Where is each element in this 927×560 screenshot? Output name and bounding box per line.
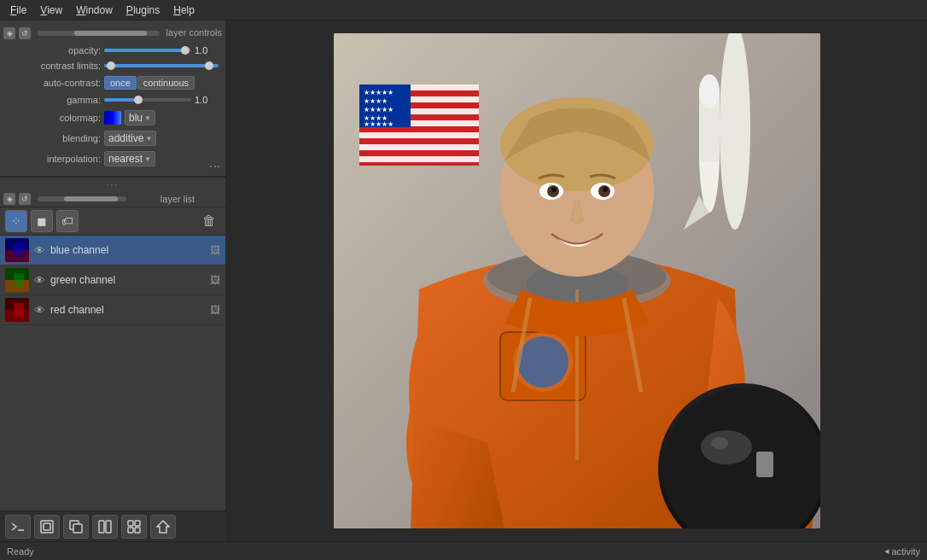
layer-type-red-icon: 🖼 — [210, 304, 220, 316]
gamma-row: gamma: 1.0 — [0, 92, 225, 108]
blending-select[interactable]: additive ▼ — [104, 131, 156, 146]
bottom-toolbar — [0, 510, 225, 541]
svg-rect-5 — [14, 273, 24, 287]
gamma-slider[interactable] — [104, 98, 191, 102]
layer-controls-icon1[interactable]: ◈ — [3, 27, 15, 39]
layer-list-icon2[interactable]: ↺ — [19, 193, 31, 205]
console-button[interactable] — [5, 515, 31, 539]
svg-rect-30 — [359, 156, 479, 162]
interpolation-select[interactable]: nearest ▼ — [104, 151, 155, 166]
contrast-limits-label: contrast limits: — [7, 61, 101, 71]
opacity-slider[interactable] — [104, 49, 191, 52]
opacity-label: opacity: — [7, 45, 101, 55]
activity-label: activity — [891, 546, 920, 557]
layer-visibility-green-icon[interactable]: 👁 — [34, 274, 45, 287]
svg-rect-15 — [106, 521, 111, 533]
svg-point-56 — [517, 336, 568, 388]
layers-list: 👁 blue channel 🖼 👁 green channel — [0, 236, 225, 510]
gamma-label: gamma: — [7, 95, 101, 105]
dots-separator: ··· — [0, 178, 225, 191]
layer-thumb-blue — [5, 238, 29, 262]
grid-view-button[interactable] — [121, 515, 147, 539]
blending-value: additive — [108, 132, 143, 144]
interpolation-chevron-icon: ▼ — [144, 155, 151, 163]
layer-controls-scrollbar[interactable] — [38, 31, 160, 36]
svg-point-37 — [720, 33, 750, 230]
auto-contrast-once-button[interactable]: once — [104, 76, 137, 90]
interpolation-value: nearest — [108, 153, 143, 165]
svg-rect-13 — [73, 524, 82, 533]
svg-rect-19 — [135, 528, 140, 533]
svg-point-53 — [603, 187, 608, 192]
gamma-value: 1.0 — [195, 95, 219, 105]
contrast-limits-slider[interactable] — [104, 64, 219, 67]
layer-toolbar: ⁘ ◼ 🏷 🗑 — [0, 207, 225, 236]
svg-marker-20 — [157, 521, 169, 533]
layer-name-red: red channel — [50, 304, 205, 316]
interpolation-row: interpolation: nearest ▼ — [0, 149, 225, 169]
canvas-area[interactable]: ★★★★★ ★★★★ ★★★★★ ★★★★ ★★★★★ — [226, 20, 927, 541]
blending-chevron-icon: ▼ — [145, 135, 152, 143]
layer-name-green: green channel — [50, 274, 205, 286]
svg-rect-11 — [44, 523, 50, 530]
svg-rect-18 — [128, 528, 133, 533]
layer-type-blue-icon: 🖼 — [210, 244, 220, 256]
svg-rect-62 — [756, 452, 773, 477]
delete-layer-button[interactable]: 🗑 — [198, 210, 220, 232]
colormap-value: blu — [129, 112, 143, 124]
layer-thumb-red — [5, 298, 29, 322]
shapes-tool-button[interactable]: ◼ — [31, 210, 53, 232]
colormap-select[interactable]: blu ▼ — [125, 110, 155, 125]
blending-label: blending: — [7, 133, 101, 143]
layer-list-section: ◈ ↺ layer list ⁘ ◼ 🏷 🗑 — [0, 191, 225, 541]
points-tool-button[interactable]: ⁘ — [5, 210, 27, 232]
layer-thumb-green — [5, 268, 29, 292]
layer-controls-more-icon[interactable]: ⋮ — [208, 160, 222, 171]
colormap-label: colormap: — [7, 113, 101, 123]
transpose-button[interactable] — [92, 515, 118, 539]
layer-list-scrollbar[interactable] — [38, 196, 126, 201]
menu-file[interactable]: File — [3, 3, 33, 18]
svg-text:★★★★★: ★★★★★ — [364, 106, 394, 114]
layer-item-green[interactable]: 👁 green channel 🖼 — [0, 265, 225, 295]
layer-controls-icon2[interactable]: ↺ — [19, 27, 31, 39]
labels-tool-button[interactable]: 🏷 — [56, 210, 79, 232]
svg-text:★★★★: ★★★★ — [364, 97, 388, 105]
toggle-ndisplay-button[interactable] — [34, 515, 60, 539]
svg-point-41 — [699, 74, 720, 108]
interpolation-label: interpolation: — [7, 154, 101, 164]
layer-visibility-blue-icon[interactable]: 👁 — [34, 244, 45, 257]
layer-item-blue[interactable]: 👁 blue channel 🖼 — [0, 236, 225, 265]
status-text: Ready — [7, 546, 34, 557]
menu-plugins[interactable]: Plugins — [120, 3, 166, 18]
layer-controls-section: ◈ ↺ layer controls opacity: 1.0 — [0, 20, 225, 178]
layer-list-icon1[interactable]: ◈ — [3, 193, 15, 205]
svg-rect-8 — [14, 303, 24, 317]
roll-dimensions-button[interactable] — [63, 515, 89, 539]
auto-contrast-continuous-button[interactable]: continuous — [137, 76, 195, 90]
svg-rect-16 — [128, 521, 133, 526]
menu-help[interactable]: Help — [166, 3, 201, 18]
home-button[interactable] — [150, 515, 176, 539]
colormap-swatch — [104, 111, 121, 125]
main-image: ★★★★★ ★★★★ ★★★★★ ★★★★ ★★★★★ — [334, 33, 820, 528]
menu-view[interactable]: View — [33, 3, 69, 18]
auto-contrast-row: auto-contrast: once continuous — [0, 73, 225, 92]
layer-visibility-red-icon[interactable]: 👁 — [34, 304, 45, 317]
svg-rect-29 — [359, 144, 479, 150]
auto-contrast-label: auto-contrast: — [7, 78, 101, 88]
svg-rect-14 — [99, 521, 104, 533]
contrast-limits-row: contrast limits: — [0, 58, 225, 73]
activity-button[interactable]: ◂ activity — [884, 545, 920, 557]
svg-rect-2 — [14, 243, 24, 257]
opacity-value: 1.0 — [195, 45, 219, 55]
menu-window[interactable]: Window — [69, 3, 120, 18]
activity-chevron-icon: ◂ — [884, 545, 889, 557]
blending-row: blending: additive ▼ — [0, 128, 225, 149]
layer-item-red[interactable]: 👁 red channel 🖼 — [0, 295, 225, 325]
opacity-row: opacity: 1.0 — [0, 43, 225, 58]
svg-text:★★★★★: ★★★★★ — [364, 89, 394, 96]
statusbar: Ready ◂ activity — [0, 541, 927, 560]
svg-point-61 — [711, 437, 728, 449]
svg-point-52 — [551, 187, 557, 192]
